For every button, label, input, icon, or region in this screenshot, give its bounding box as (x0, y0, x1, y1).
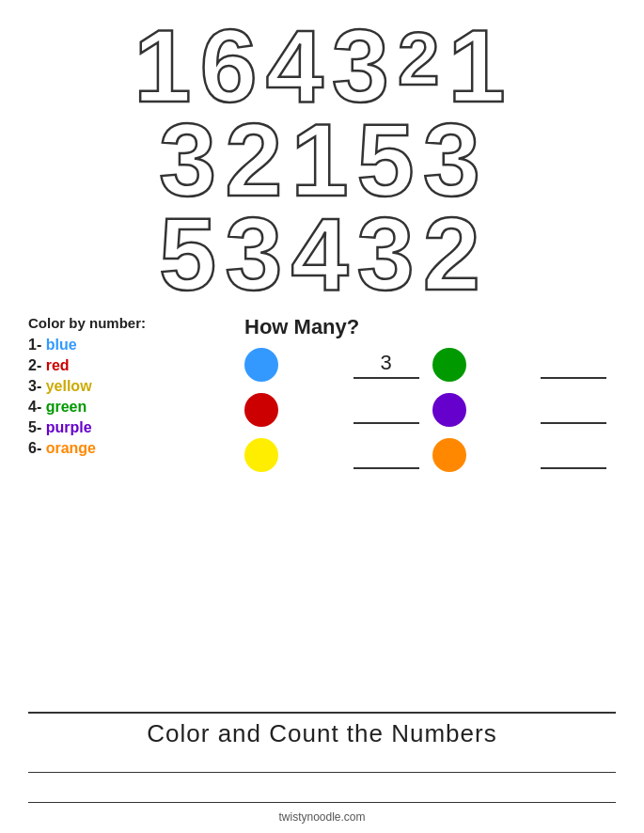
number-row-3: 5 3 4 3 2 (157, 207, 487, 301)
answer-line-purple (541, 396, 606, 424)
legend-column: Color by number: 1- blue 2- red 3- yello… (28, 315, 235, 712)
answer-line-blue: 3 (353, 351, 419, 379)
legend-item-1: 1- blue (28, 337, 235, 354)
outline-number: 4 (291, 202, 353, 306)
outline-number: 2 (423, 202, 485, 306)
legend-color-yellow: yellow (46, 378, 92, 394)
dot-blue (244, 348, 278, 382)
legend-item-5: 5- purple (28, 419, 235, 436)
outline-number: 3 (357, 202, 419, 306)
color-section: Color by number: 1- blue 2- red 3- yello… (28, 315, 616, 712)
legend-item-3: 3- yellow (28, 378, 235, 395)
legend-item-6: 6- orange (28, 440, 235, 457)
color-by-label: Color by number: (28, 315, 235, 331)
legend-color-purple: purple (46, 419, 92, 435)
outline-number: 2 (398, 22, 445, 97)
outline-number: 5 (159, 202, 221, 306)
legend-color-red: red (46, 357, 70, 373)
footer-text: twistynoodle.com (28, 810, 616, 824)
legend-color-blue: blue (46, 337, 77, 353)
answer-line-yellow (353, 441, 419, 469)
answer-value-blue: 3 (380, 351, 391, 375)
dot-orange (432, 438, 466, 472)
answer-line-green (541, 351, 606, 379)
writing-line-2 (28, 786, 616, 803)
dot-green (432, 348, 466, 382)
legend-item-2: 2- red (28, 357, 235, 374)
legend-item-4: 4- green (28, 399, 235, 416)
bottom-section: Color and Count the Numbers twistynoodle… (28, 712, 616, 824)
writing-lines (28, 756, 616, 803)
how-many-title: How Many? (244, 315, 616, 339)
number-row-1: 1 6 4 3 2 1 (132, 19, 511, 113)
worksheet-title: Color and Count the Numbers (28, 719, 616, 748)
outline-number: 3 (225, 202, 287, 306)
how-many-column: How Many? 3 (235, 315, 616, 712)
legend-color-orange: orange (46, 440, 96, 456)
writing-line-1 (28, 756, 616, 773)
numbers-area: 1 6 4 3 2 1 3 2 1 5 3 5 3 4 3 2 (28, 19, 616, 301)
legend-color-green: green (46, 399, 87, 415)
answer-line-orange (541, 441, 606, 469)
page: 1 6 4 3 2 1 3 2 1 5 3 5 3 4 3 2 Color by… (0, 0, 644, 833)
dot-purple (432, 393, 466, 427)
number-row-2: 3 2 1 5 3 (157, 113, 487, 207)
answer-line-red (353, 396, 419, 424)
dots-grid: 3 (244, 345, 616, 475)
dot-red (244, 393, 278, 427)
dot-yellow (244, 438, 278, 472)
